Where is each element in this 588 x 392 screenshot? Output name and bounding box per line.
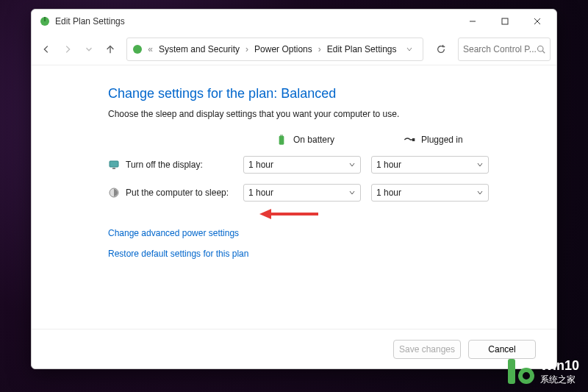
power-options-icon: [132, 43, 143, 55]
search-input[interactable]: [463, 44, 537, 54]
dropdown-value: 1 hour: [376, 188, 401, 198]
page-heading: Change settings for the plan: Balanced: [108, 86, 542, 101]
svg-line-9: [542, 51, 545, 53]
display-plugged-dropdown[interactable]: 1 hour: [371, 156, 489, 174]
restore-defaults-link[interactable]: Restore default settings for this plan: [108, 249, 542, 259]
titlebar: Edit Plan Settings: [32, 10, 556, 33]
address-dropdown-button[interactable]: [401, 38, 418, 60]
svg-rect-12: [412, 138, 415, 141]
row-display-label: Turn off the display:: [108, 159, 233, 171]
svg-rect-11: [279, 136, 284, 145]
content-area: Change settings for the plan: Balanced C…: [32, 65, 556, 329]
sleep-battery-dropdown[interactable]: 1 hour: [243, 184, 361, 202]
watermark-logo: [508, 359, 534, 384]
advanced-settings-link[interactable]: Change advanced power settings: [108, 228, 542, 238]
nav-forward-button[interactable]: [59, 38, 77, 60]
chevron-right-icon: ›: [244, 44, 250, 54]
chevron-down-icon: [348, 161, 356, 168]
column-header-battery: On battery: [243, 134, 361, 146]
annotation-arrow: [259, 207, 318, 224]
breadcrumb-back-icon: «: [146, 44, 154, 54]
plug-icon: [404, 134, 415, 146]
svg-rect-14: [112, 168, 115, 169]
chevron-down-icon: [476, 161, 484, 168]
svg-marker-17: [259, 209, 271, 219]
svg-rect-13: [110, 161, 118, 167]
display-icon: [108, 159, 120, 171]
sleep-icon: [108, 187, 120, 199]
save-button[interactable]: Save changes: [393, 340, 461, 359]
dropdown-value: 1 hour: [376, 160, 401, 170]
page-subtext: Choose the sleep and display settings th…: [108, 109, 542, 119]
row-label-text: Put the computer to sleep:: [126, 188, 229, 198]
breadcrumb-item[interactable]: Edit Plan Settings: [324, 43, 400, 56]
nav-recent-button[interactable]: [80, 38, 98, 60]
dropdown-value: 1 hour: [248, 188, 273, 198]
address-bar[interactable]: « System and Security › Power Options › …: [126, 38, 423, 61]
display-battery-dropdown[interactable]: 1 hour: [243, 156, 361, 174]
svg-point-7: [133, 45, 142, 54]
breadcrumb-item[interactable]: System and Security: [156, 43, 243, 56]
svg-rect-1: [44, 17, 46, 21]
cancel-button[interactable]: Cancel: [468, 340, 536, 359]
maximize-button[interactable]: [489, 11, 521, 32]
nav-up-button[interactable]: [101, 38, 119, 60]
minimize-button[interactable]: [456, 11, 489, 32]
settings-grid: On battery Plugged in Turn off the displ…: [108, 134, 542, 202]
watermark: Win10 系统之家: [508, 358, 579, 385]
toolbar: « System and Security › Power Options › …: [32, 33, 556, 65]
svg-rect-3: [502, 18, 508, 24]
refresh-button[interactable]: [431, 38, 450, 61]
svg-rect-10: [280, 135, 283, 135]
column-label: Plugged in: [421, 135, 463, 145]
battery-icon: [276, 134, 287, 146]
dropdown-value: 1 hour: [248, 160, 273, 170]
search-box[interactable]: [458, 38, 551, 61]
nav-back-button[interactable]: [37, 38, 56, 60]
watermark-text: Win10 系统之家: [540, 358, 579, 385]
svg-point-8: [537, 46, 543, 51]
chevron-down-icon: [348, 189, 356, 196]
links-area: Change advanced power settings Restore d…: [108, 228, 542, 259]
column-label: On battery: [293, 135, 334, 145]
window-title: Edit Plan Settings: [55, 16, 456, 26]
row-sleep-label: Put the computer to sleep:: [108, 187, 233, 199]
breadcrumb-item[interactable]: Power Options: [251, 43, 315, 56]
app-icon: [39, 15, 51, 27]
control-panel-window: Edit Plan Settings « System and Security…: [31, 9, 557, 369]
sleep-plugged-dropdown[interactable]: 1 hour: [371, 184, 489, 202]
chevron-down-icon: [476, 189, 484, 196]
row-label-text: Turn off the display:: [126, 160, 203, 170]
close-button[interactable]: [521, 11, 553, 32]
search-icon: [537, 45, 545, 54]
chevron-right-icon: ›: [317, 44, 323, 54]
footer: Save changes Cancel: [32, 329, 556, 368]
column-header-plugged: Plugged in: [371, 134, 489, 146]
